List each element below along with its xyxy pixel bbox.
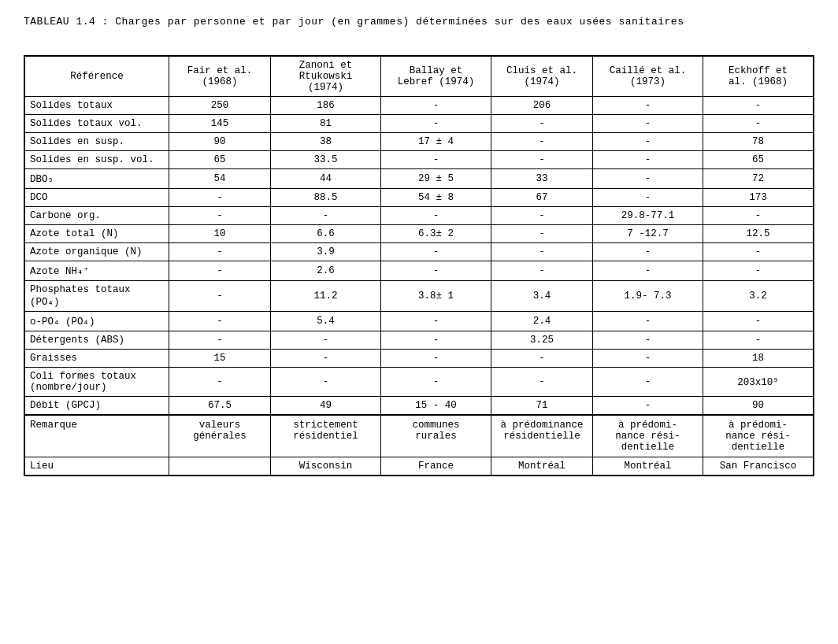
cell-4-4: - xyxy=(593,169,703,189)
cell-6-1: - xyxy=(271,207,381,225)
cell-14-2: - xyxy=(381,368,491,397)
cell-2-5: 78 xyxy=(703,133,814,151)
cell-0-3: 206 xyxy=(491,97,592,115)
cell-3-5: 65 xyxy=(703,151,814,169)
cell-ref: Détergents (ABS) xyxy=(25,331,169,350)
cell-10-5: 3.2 xyxy=(703,281,814,312)
cell-8-3: - xyxy=(491,243,592,261)
cell-8-1: 3.9 xyxy=(271,243,381,261)
cell-0-2: - xyxy=(381,97,491,115)
cell-13-4: - xyxy=(593,350,703,368)
header-col6: Eckhoff etal. (1968) xyxy=(703,57,814,97)
cell-3-1: 33.5 xyxy=(271,151,381,169)
cell-1-3: - xyxy=(491,115,592,133)
page-title: TABLEAU 1.4 : Charges par personne et pa… xyxy=(24,16,814,28)
cell-3-2: - xyxy=(381,151,491,169)
cell-3-3: - xyxy=(491,151,592,169)
table-row: Détergents (ABS)---3.25-- xyxy=(25,331,814,350)
cell-6-3: - xyxy=(491,207,592,225)
cell-8-5: - xyxy=(703,243,814,261)
cell-15-4: - xyxy=(593,397,703,416)
cell-12-1: - xyxy=(271,331,381,350)
cell-9-4: - xyxy=(593,261,703,281)
cell-1-1: 81 xyxy=(271,115,381,133)
cell-3-0: 65 xyxy=(169,151,270,169)
table-row: Azote NH₄⁺-2.6---- xyxy=(25,261,814,281)
table-row: Solides en susp. vol.6533.5---65 xyxy=(25,151,814,169)
header-col3: Ballay etLebref (1974) xyxy=(381,57,491,97)
cell-9-5: - xyxy=(703,261,814,281)
cell-ref: Graisses xyxy=(25,350,169,368)
cell-7-3: - xyxy=(491,225,592,243)
table-row: Azote organique (N)-3.9---- xyxy=(25,243,814,261)
table-row: o-PO₄ (PO₄)-5.4-2.4-- xyxy=(25,312,814,331)
cell-ref: DBO₅ xyxy=(25,169,169,189)
cell-10-3: 3.4 xyxy=(491,281,592,312)
cell-11-2: - xyxy=(381,312,491,331)
lieu-col4: Montréal xyxy=(491,457,592,476)
cell-2-4: - xyxy=(593,133,703,151)
cell-7-2: 6.3± 2 xyxy=(381,225,491,243)
cell-11-3: 2.4 xyxy=(491,312,592,331)
cell-12-2: - xyxy=(381,331,491,350)
cell-1-0: 145 xyxy=(169,115,270,133)
remarque-col4: à prédominancerésidentielle xyxy=(491,415,592,457)
lieu-col3: France xyxy=(381,457,491,476)
cell-ref: Coli formes totaux(nombre/jour) xyxy=(25,368,169,397)
cell-11-4: - xyxy=(593,312,703,331)
cell-5-1: 88.5 xyxy=(271,189,381,207)
cell-10-1: 11.2 xyxy=(271,281,381,312)
cell-ref: Azote organique (N) xyxy=(25,243,169,261)
cell-15-5: 90 xyxy=(703,397,814,416)
lieu-label: Lieu xyxy=(25,457,169,476)
cell-7-0: 10 xyxy=(169,225,270,243)
cell-4-3: 33 xyxy=(491,169,592,189)
cell-9-3: - xyxy=(491,261,592,281)
cell-ref: Solides totaux xyxy=(25,97,169,115)
cell-4-0: 54 xyxy=(169,169,270,189)
cell-5-2: 54 ± 8 xyxy=(381,189,491,207)
cell-ref: Solides en susp. xyxy=(25,133,169,151)
cell-1-2: - xyxy=(381,115,491,133)
cell-1-4: - xyxy=(593,115,703,133)
cell-9-0: - xyxy=(169,261,270,281)
table-row: Phosphates totaux (PO₄)-11.23.8± 13.41.9… xyxy=(25,281,814,312)
cell-15-1: 49 xyxy=(271,397,381,416)
cell-4-5: 72 xyxy=(703,169,814,189)
header-ref: Référence xyxy=(25,57,169,97)
remarque-col1: valeursgénérales xyxy=(169,415,270,457)
cell-ref: Azote total (N) xyxy=(25,225,169,243)
header-col4: Cluis et al.(1974) xyxy=(491,57,592,97)
cell-6-2: - xyxy=(381,207,491,225)
cell-ref: Carbone org. xyxy=(25,207,169,225)
cell-9-1: 2.6 xyxy=(271,261,381,281)
cell-10-0: - xyxy=(169,281,270,312)
cell-4-1: 44 xyxy=(271,169,381,189)
remarque-col3: communesrurales xyxy=(381,415,491,457)
cell-6-0: - xyxy=(169,207,270,225)
cell-6-5: - xyxy=(703,207,814,225)
cell-0-0: 250 xyxy=(169,97,270,115)
cell-5-4: - xyxy=(593,189,703,207)
cell-12-4: - xyxy=(593,331,703,350)
cell-8-2: - xyxy=(381,243,491,261)
remarque-col2: strictementrésidentiel xyxy=(271,415,381,457)
table-row: DBO₅544429 ± 533-72 xyxy=(25,169,814,189)
table-row: Graisses15----18 xyxy=(25,350,814,368)
table-row: Débit (GPCJ)67.54915 - 4071-90 xyxy=(25,397,814,416)
cell-ref: Solides totaux vol. xyxy=(25,115,169,133)
cell-2-3: - xyxy=(491,133,592,151)
cell-14-3: - xyxy=(491,368,592,397)
table-row: Carbone org.----29.8-77.1- xyxy=(25,207,814,225)
cell-13-1: - xyxy=(271,350,381,368)
lieu-col5: Montréal xyxy=(593,457,703,476)
cell-13-0: 15 xyxy=(169,350,270,368)
cell-2-1: 38 xyxy=(271,133,381,151)
cell-15-3: 71 xyxy=(491,397,592,416)
cell-7-4: 7 -12.7 xyxy=(593,225,703,243)
cell-3-4: - xyxy=(593,151,703,169)
cell-10-2: 3.8± 1 xyxy=(381,281,491,312)
cell-13-2: - xyxy=(381,350,491,368)
cell-10-4: 1.9- 7.3 xyxy=(593,281,703,312)
cell-ref: Azote NH₄⁺ xyxy=(25,261,169,281)
